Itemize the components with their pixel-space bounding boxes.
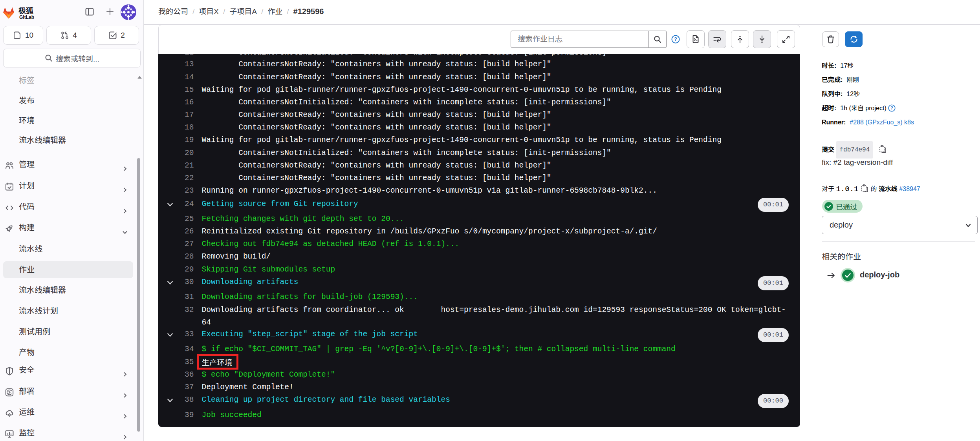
svg-text:?: ? xyxy=(674,36,677,42)
svg-text:?: ? xyxy=(890,106,893,110)
